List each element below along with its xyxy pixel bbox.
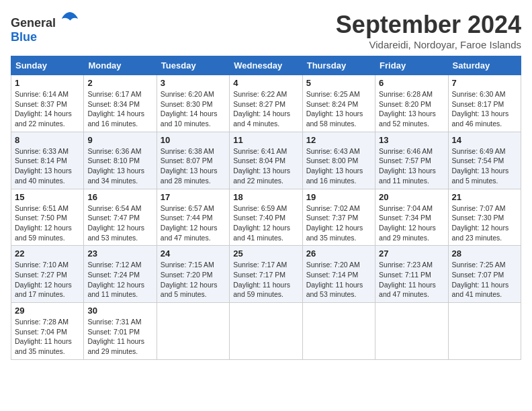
- calendar-cell: [302, 303, 375, 360]
- calendar-cell: 19Sunrise: 7:02 AMSunset: 7:37 PMDayligh…: [302, 189, 375, 246]
- day-info: Sunrise: 7:15 AMSunset: 7:20 PMDaylight:…: [161, 260, 226, 300]
- calendar-cell: 25Sunrise: 7:17 AMSunset: 7:17 PMDayligh…: [230, 246, 302, 303]
- day-info: Sunrise: 6:25 AMSunset: 8:24 PMDaylight:…: [306, 89, 371, 129]
- calendar-cell: 23Sunrise: 7:12 AMSunset: 7:24 PMDayligh…: [84, 246, 157, 303]
- logo: General Blue: [11, 11, 79, 44]
- calendar-cell: 17Sunrise: 6:57 AMSunset: 7:44 PMDayligh…: [157, 189, 229, 246]
- weekday-header-tuesday: Tuesday: [157, 56, 229, 75]
- weekday-header-monday: Monday: [84, 56, 157, 75]
- day-info: Sunrise: 7:07 AMSunset: 7:30 PMDaylight:…: [452, 203, 517, 243]
- calendar-cell: 14Sunrise: 6:49 AMSunset: 7:54 PMDayligh…: [448, 132, 521, 189]
- day-number: 7: [452, 78, 517, 88]
- calendar-cell: [448, 303, 521, 360]
- day-info: Sunrise: 7:12 AMSunset: 7:24 PMDaylight:…: [87, 260, 152, 300]
- day-info: Sunrise: 7:31 AMSunset: 7:01 PMDaylight:…: [87, 317, 152, 357]
- day-info: Sunrise: 6:38 AMSunset: 8:07 PMDaylight:…: [161, 146, 226, 186]
- day-number: 4: [233, 78, 298, 88]
- day-number: 17: [161, 192, 226, 202]
- day-number: 19: [306, 192, 371, 202]
- day-number: 11: [233, 135, 298, 145]
- calendar-cell: 12Sunrise: 6:43 AMSunset: 8:00 PMDayligh…: [302, 132, 375, 189]
- calendar-cell: 8Sunrise: 6:33 AMSunset: 8:14 PMDaylight…: [11, 132, 84, 189]
- day-info: Sunrise: 6:54 AMSunset: 7:47 PMDaylight:…: [87, 203, 152, 243]
- day-info: Sunrise: 6:22 AMSunset: 8:27 PMDaylight:…: [233, 89, 298, 129]
- day-info: Sunrise: 7:28 AMSunset: 7:04 PMDaylight:…: [15, 317, 80, 357]
- day-info: Sunrise: 6:49 AMSunset: 7:54 PMDaylight:…: [452, 146, 517, 186]
- day-info: Sunrise: 7:10 AMSunset: 7:27 PMDaylight:…: [15, 260, 80, 300]
- day-info: Sunrise: 6:41 AMSunset: 8:04 PMDaylight:…: [233, 146, 298, 186]
- day-info: Sunrise: 6:33 AMSunset: 8:14 PMDaylight:…: [15, 146, 80, 186]
- day-info: Sunrise: 7:02 AMSunset: 7:37 PMDaylight:…: [306, 203, 371, 243]
- weekday-header-wednesday: Wednesday: [230, 56, 302, 75]
- calendar-cell: 1Sunrise: 6:14 AMSunset: 8:37 PMDaylight…: [11, 75, 84, 132]
- weekday-header-row: SundayMondayTuesdayWednesdayThursdayFrid…: [11, 56, 521, 75]
- day-number: 1: [15, 78, 80, 88]
- calendar-cell: 24Sunrise: 7:15 AMSunset: 7:20 PMDayligh…: [157, 246, 229, 303]
- calendar-cell: 2Sunrise: 6:17 AMSunset: 8:34 PMDaylight…: [84, 75, 157, 132]
- calendar-cell: 13Sunrise: 6:46 AMSunset: 7:57 PMDayligh…: [375, 132, 448, 189]
- day-info: Sunrise: 7:25 AMSunset: 7:07 PMDaylight:…: [452, 260, 517, 300]
- calendar-cell: 28Sunrise: 7:25 AMSunset: 7:07 PMDayligh…: [448, 246, 521, 303]
- day-info: Sunrise: 6:43 AMSunset: 8:00 PMDaylight:…: [306, 146, 371, 186]
- calendar-cell: 27Sunrise: 7:23 AMSunset: 7:11 PMDayligh…: [375, 246, 448, 303]
- day-number: 23: [87, 248, 152, 259]
- day-number: 30: [87, 306, 152, 316]
- calendar-cell: 16Sunrise: 6:54 AMSunset: 7:47 PMDayligh…: [84, 189, 157, 246]
- week-row-2: 8Sunrise: 6:33 AMSunset: 8:14 PMDaylight…: [11, 132, 521, 189]
- location-subtitle: Vidareidi, Nordoyar, Faroe Islands: [336, 39, 521, 50]
- calendar-cell: 21Sunrise: 7:07 AMSunset: 7:30 PMDayligh…: [448, 189, 521, 246]
- day-number: 16: [87, 192, 152, 202]
- day-info: Sunrise: 7:23 AMSunset: 7:11 PMDaylight:…: [379, 260, 444, 300]
- day-info: Sunrise: 7:04 AMSunset: 7:34 PMDaylight:…: [379, 203, 444, 243]
- weekday-header-friday: Friday: [375, 56, 448, 75]
- calendar-cell: 3Sunrise: 6:20 AMSunset: 8:30 PMDaylight…: [157, 75, 229, 132]
- month-title: September 2024: [336, 11, 521, 39]
- day-number: 13: [379, 135, 444, 145]
- day-number: 21: [452, 192, 517, 202]
- week-row-5: 29Sunrise: 7:28 AMSunset: 7:04 PMDayligh…: [11, 303, 521, 360]
- calendar-cell: [157, 303, 229, 360]
- day-info: Sunrise: 6:59 AMSunset: 7:40 PMDaylight:…: [233, 203, 298, 243]
- weekday-header-thursday: Thursday: [302, 56, 375, 75]
- day-number: 27: [379, 248, 444, 259]
- day-number: 3: [161, 78, 226, 88]
- day-number: 28: [452, 248, 517, 259]
- title-area: September 2024 Vidareidi, Nordoyar, Faro…: [336, 11, 521, 50]
- calendar-cell: 22Sunrise: 7:10 AMSunset: 7:27 PMDayligh…: [11, 246, 84, 303]
- page-header: General Blue September 2024 Vidareidi, N…: [11, 11, 521, 50]
- day-number: 20: [379, 192, 444, 202]
- day-number: 9: [87, 135, 152, 145]
- day-info: Sunrise: 6:28 AMSunset: 8:20 PMDaylight:…: [379, 89, 444, 129]
- logo-bird-icon: [60, 11, 79, 27]
- weekday-header-sunday: Sunday: [11, 56, 84, 75]
- day-number: 29: [15, 306, 80, 316]
- day-number: 5: [306, 78, 371, 88]
- day-number: 15: [15, 192, 80, 202]
- day-number: 6: [379, 78, 444, 88]
- calendar-cell: 18Sunrise: 6:59 AMSunset: 7:40 PMDayligh…: [230, 189, 302, 246]
- day-number: 18: [233, 192, 298, 202]
- calendar-cell: 9Sunrise: 6:36 AMSunset: 8:10 PMDaylight…: [84, 132, 157, 189]
- day-info: Sunrise: 6:14 AMSunset: 8:37 PMDaylight:…: [15, 89, 80, 129]
- day-number: 12: [306, 135, 371, 145]
- calendar-cell: 11Sunrise: 6:41 AMSunset: 8:04 PMDayligh…: [230, 132, 302, 189]
- day-info: Sunrise: 6:30 AMSunset: 8:17 PMDaylight:…: [452, 89, 517, 129]
- calendar-table: SundayMondayTuesdayWednesdayThursdayFrid…: [11, 56, 521, 360]
- calendar-cell: 30Sunrise: 7:31 AMSunset: 7:01 PMDayligh…: [84, 303, 157, 360]
- day-number: 22: [15, 248, 80, 259]
- weekday-header-saturday: Saturday: [448, 56, 521, 75]
- day-info: Sunrise: 6:20 AMSunset: 8:30 PMDaylight:…: [161, 89, 226, 129]
- day-info: Sunrise: 6:36 AMSunset: 8:10 PMDaylight:…: [87, 146, 152, 186]
- week-row-4: 22Sunrise: 7:10 AMSunset: 7:27 PMDayligh…: [11, 246, 521, 303]
- calendar-cell: 10Sunrise: 6:38 AMSunset: 8:07 PMDayligh…: [157, 132, 229, 189]
- calendar-cell: 20Sunrise: 7:04 AMSunset: 7:34 PMDayligh…: [375, 189, 448, 246]
- calendar-cell: 4Sunrise: 6:22 AMSunset: 8:27 PMDaylight…: [230, 75, 302, 132]
- week-row-3: 15Sunrise: 6:51 AMSunset: 7:50 PMDayligh…: [11, 189, 521, 246]
- day-number: 24: [161, 248, 226, 259]
- day-info: Sunrise: 6:46 AMSunset: 7:57 PMDaylight:…: [379, 146, 444, 186]
- day-info: Sunrise: 7:17 AMSunset: 7:17 PMDaylight:…: [233, 260, 298, 300]
- week-row-1: 1Sunrise: 6:14 AMSunset: 8:37 PMDaylight…: [11, 75, 521, 132]
- logo-text-general: General: [11, 16, 56, 30]
- calendar-cell: 5Sunrise: 6:25 AMSunset: 8:24 PMDaylight…: [302, 75, 375, 132]
- day-number: 14: [452, 135, 517, 145]
